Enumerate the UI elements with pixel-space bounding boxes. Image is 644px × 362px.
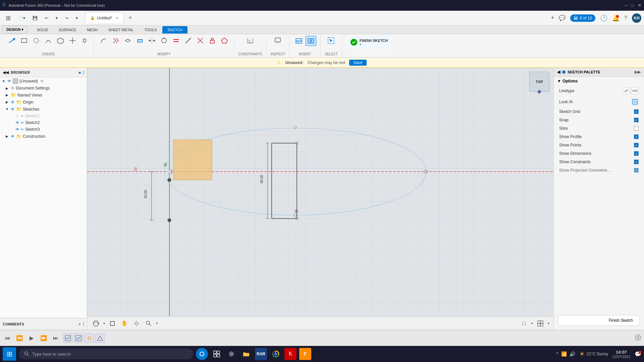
close-btn[interactable]: ✕ [638, 3, 641, 8]
redo-dropdown-btn[interactable]: ▾ [73, 14, 80, 22]
tl-end-btn[interactable]: ⏭ [51, 334, 60, 343]
eye-icon-construction[interactable]: 👁 [11, 134, 15, 139]
measure-btn[interactable] [132, 319, 141, 328]
rar-taskbar-btn[interactable]: RAR [255, 348, 267, 360]
tl-play-btn[interactable]: ▶ [27, 334, 36, 343]
finish-sketch-palette-btn[interactable]: Finish Sketch [558, 315, 640, 326]
redo-btn[interactable]: ↪ [62, 14, 71, 22]
fillet-tool-btn[interactable] [98, 36, 109, 45]
minimize-btn[interactable]: ─ [625, 3, 628, 8]
finish-sketch-btn[interactable]: FINISH SKETCH ▾ [346, 36, 392, 49]
tray-wifi-icon[interactable]: 📶 [561, 351, 567, 357]
tl-marker-1[interactable] [63, 334, 72, 343]
display-dropdown[interactable]: ▾ [531, 321, 533, 325]
maximize-btn[interactable]: □ [632, 3, 634, 8]
tree-item-unsaved[interactable]: ▼ 👁 (Unsaved) ↻ [0, 77, 87, 85]
lookat-btn[interactable] [631, 98, 639, 106]
grid-view-btn[interactable] [536, 319, 545, 328]
notification-action-center[interactable]: 💬 3 [635, 351, 641, 357]
tray-chevron-icon[interactable]: ^ [556, 351, 558, 357]
palette-header[interactable]: ◀ SKETCH PALETTE ▶▶ [554, 68, 644, 77]
tab-tools[interactable]: TOOLS [139, 26, 162, 34]
mirror-tool-btn[interactable] [147, 36, 157, 45]
tree-item-doc-settings[interactable]: ▶ ⚙ Document Settings [0, 85, 87, 92]
chat-icon[interactable]: 💬 [559, 15, 566, 21]
start-button[interactable]: ⊞ [3, 347, 16, 361]
tl-marker-3[interactable] [85, 334, 94, 343]
eye-icon-unsaved[interactable]: 👁 [7, 79, 11, 83]
show-constraints-checkbox[interactable]: ✓ [634, 160, 639, 164]
chrome-taskbar-btn[interactable] [270, 348, 282, 360]
tree-item-sketch2[interactable]: 👁 ✏ Sketch2 [0, 119, 87, 126]
tab-mesh[interactable]: MESH [82, 26, 103, 34]
add-tab-icon[interactable]: + [551, 14, 554, 21]
taskbar-search-oval[interactable] [196, 348, 208, 360]
user-avatar[interactable]: KH [632, 13, 641, 23]
insert-image-btn[interactable] [293, 36, 304, 46]
tab-sketch[interactable]: SKETCH [162, 26, 187, 34]
view-cube[interactable]: TOP [529, 72, 549, 92]
save-btn[interactable]: 💾 [30, 14, 40, 22]
diagonal-line-btn[interactable] [183, 36, 194, 45]
help-icon[interactable]: ? [624, 15, 627, 21]
eye-icon-origin[interactable]: 👁 [11, 100, 15, 105]
new-tab-btn[interactable]: + [126, 14, 135, 21]
tab-surface[interactable]: SURFACE [54, 26, 81, 34]
orbit-dropdown[interactable]: ▾ [103, 321, 105, 325]
tl-start-btn[interactable]: ⏮ [3, 334, 12, 343]
line-tool-btn[interactable] [7, 36, 17, 45]
taskview-btn[interactable] [211, 348, 223, 360]
circle-tool-btn[interactable] [31, 36, 42, 45]
canvas-area[interactable]: 60.00 50.00 [87, 68, 553, 316]
tab-sheet-metal[interactable]: SHEET METAL [103, 26, 139, 34]
lock-btn[interactable] [207, 36, 218, 45]
design-dropdown[interactable]: DESIGN ▾ [3, 26, 27, 34]
tree-item-origin[interactable]: ▶ 👁 📁 Origin [0, 99, 87, 106]
settings-taskbar-btn[interactable] [225, 348, 237, 360]
extend-tool-btn[interactable] [122, 36, 133, 45]
offset-tool-btn[interactable] [135, 36, 145, 45]
undo-dropdown-btn[interactable]: ▾ [53, 14, 60, 22]
trim-tool-btn[interactable] [110, 36, 121, 45]
eye-icon-sketch3[interactable]: 👁 [15, 127, 19, 132]
add-comment-icon[interactable]: + [78, 321, 81, 327]
show-points-checkbox[interactable]: ✓ [634, 143, 639, 147]
tab-close-icon[interactable]: ✕ [115, 16, 119, 20]
apps-grid-icon[interactable]: ⊞ [3, 13, 13, 23]
fit-view-btn[interactable] [108, 319, 117, 328]
arc-tool-btn[interactable] [43, 36, 54, 45]
notification-icon[interactable]: 🔔 [612, 14, 620, 22]
tree-item-sketch1[interactable]: 👁 ✏ Sketch1 [0, 113, 87, 119]
show-profile-checkbox[interactable]: ✓ [634, 134, 639, 139]
browser-dot-icon[interactable]: ● [78, 70, 81, 75]
tray-sound-icon[interactable]: 🔊 [570, 351, 575, 357]
snap-checkbox[interactable]: ✓ [634, 118, 639, 122]
panel-collapse-icon[interactable]: | [83, 321, 84, 327]
folder-taskbar-btn[interactable] [240, 348, 252, 360]
display-btn[interactable]: □ [519, 319, 529, 328]
slice-checkbox[interactable] [634, 126, 639, 131]
show-projected-checkbox[interactable]: ✓ [634, 168, 639, 173]
orbit-btn[interactable] [91, 319, 101, 328]
palette-collapse-icon[interactable]: ◀ [557, 70, 560, 74]
tl-marker-2[interactable] [74, 334, 83, 343]
equal-constraint-btn[interactable] [171, 36, 181, 45]
undo-btn[interactable]: ↩ [42, 14, 51, 22]
linetype-solid-btn[interactable] [623, 87, 630, 95]
clock-icon[interactable]: 🕐 [600, 14, 607, 22]
browser-collapse-btn[interactable]: ◀◀ [3, 70, 9, 75]
polygon-tool-btn[interactable] [55, 36, 66, 45]
tl-prev-btn[interactable]: ⏪ [15, 334, 24, 343]
magnify-btn[interactable] [144, 319, 153, 328]
grid-dropdown[interactable]: ▾ [548, 321, 549, 325]
inspect-btn[interactable] [272, 36, 283, 45]
tree-item-sketches[interactable]: ▼ 👁 📁 Sketches [0, 106, 87, 113]
timeline-settings-icon[interactable] [635, 334, 641, 342]
eye-icon-sketches[interactable]: 👁 [11, 107, 15, 112]
eye-icon-sketch2[interactable]: 👁 [15, 120, 19, 125]
cross-btn[interactable] [195, 36, 206, 45]
rectangle-tool-btn[interactable] [19, 36, 30, 45]
new-file-btn[interactable]: 📄▾ [15, 14, 28, 22]
select-btn[interactable] [326, 36, 336, 45]
active-tab[interactable]: 🔒 Untitled* ✕ [85, 12, 124, 24]
